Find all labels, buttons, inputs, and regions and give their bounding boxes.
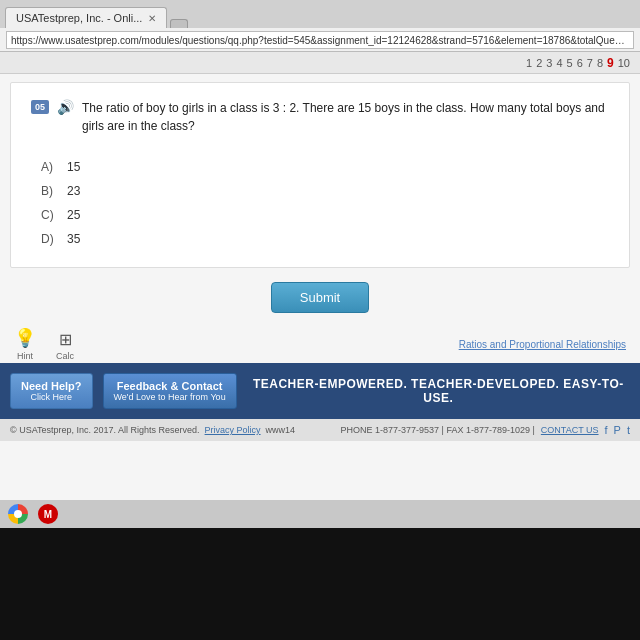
footer-tagline: TEACHER-EMPOWERED. TEACHER-DEVELOPED. EA… xyxy=(247,377,630,405)
tools-left: 💡 Hint ⊞ Calc xyxy=(14,327,74,361)
option-c[interactable]: C) 25 xyxy=(31,203,609,227)
audio-icon[interactable]: 🔊 xyxy=(57,99,74,115)
tab-title: USATestprep, Inc. - Onli... xyxy=(16,12,142,24)
question-text: The ratio of boy to girls in a class is … xyxy=(82,99,609,135)
feedback-button[interactable]: Feedback & Contact We'd Love to Hear fro… xyxy=(103,373,237,409)
contact-row: PHONE 1-877-377-9537 | FAX 1-877-789-102… xyxy=(341,424,630,436)
www-text: www14 xyxy=(266,425,296,435)
need-help-button[interactable]: Need Help? Click Here xyxy=(10,373,93,409)
page-10[interactable]: 10 xyxy=(618,57,630,69)
option-a-label: A) xyxy=(41,160,55,174)
option-a-value: 15 xyxy=(67,160,80,174)
question-toolbar: 1 2 3 4 5 6 7 8 9 10 xyxy=(0,52,640,74)
need-help-sub: Click Here xyxy=(21,392,82,402)
page-1[interactable]: 1 xyxy=(526,57,532,69)
feedback-sub: We'd Love to Hear from You xyxy=(114,392,226,402)
phone-text: PHONE 1-877-377-9537 | FAX 1-877-789-102… xyxy=(341,425,535,435)
page-9-active[interactable]: 9 xyxy=(607,56,614,70)
page-2[interactable]: 2 xyxy=(536,57,542,69)
page-content: 1 2 3 4 5 6 7 8 9 10 05 🔊 The ratio of b… xyxy=(0,52,640,500)
chrome-taskbar-icon[interactable] xyxy=(8,504,28,524)
pinterest-icon[interactable]: P xyxy=(614,424,621,436)
page-8[interactable]: 8 xyxy=(597,57,603,69)
browser-taskbar: M xyxy=(0,500,640,528)
page-5[interactable]: 5 xyxy=(567,57,573,69)
contact-link[interactable]: CONTACT US xyxy=(541,425,599,435)
option-d[interactable]: D) 35 xyxy=(31,227,609,251)
privacy-link[interactable]: Privacy Policy xyxy=(205,425,261,435)
footer-bar: Need Help? Click Here Feedback & Contact… xyxy=(0,363,640,419)
option-d-value: 35 xyxy=(67,232,80,246)
active-tab[interactable]: USATestprep, Inc. - Onli... ✕ xyxy=(5,7,167,28)
page-3[interactable]: 3 xyxy=(546,57,552,69)
copyright-text: © USATestprep, Inc. 2017. All Rights Res… xyxy=(10,425,200,435)
option-c-value: 25 xyxy=(67,208,80,222)
calc-label: Calc xyxy=(56,351,74,361)
submit-button[interactable]: Submit xyxy=(271,282,369,313)
option-b-label: B) xyxy=(41,184,55,198)
calc-tool[interactable]: ⊞ Calc xyxy=(56,330,74,361)
facebook-icon[interactable]: f xyxy=(605,424,608,436)
question-icon: 05 xyxy=(31,100,49,114)
dark-area xyxy=(0,528,640,640)
tab-close-icon[interactable]: ✕ xyxy=(148,13,156,24)
need-help-title: Need Help? xyxy=(21,380,82,392)
option-c-label: C) xyxy=(41,208,55,222)
option-d-label: D) xyxy=(41,232,55,246)
hint-label: Hint xyxy=(17,351,33,361)
question-header: 05 🔊 The ratio of boy to girls in a clas… xyxy=(31,99,609,135)
browser-screen: USATestprep, Inc. - Onli... ✕ https://ww… xyxy=(0,0,640,500)
answer-options: A) 15 B) 23 C) 25 D) 35 xyxy=(31,149,609,257)
twitter-icon[interactable]: t xyxy=(627,424,630,436)
submit-area: Submit xyxy=(0,282,640,313)
bottom-footer: © USATestprep, Inc. 2017. All Rights Res… xyxy=(0,419,640,441)
hint-tool[interactable]: 💡 Hint xyxy=(14,327,36,361)
address-bar: https://www.usatestprep.com/modules/ques… xyxy=(0,28,640,52)
hint-icon: 💡 xyxy=(14,327,36,349)
mcafee-taskbar-icon[interactable]: M xyxy=(38,504,58,524)
option-b[interactable]: B) 23 xyxy=(31,179,609,203)
topic-label: Ratios and Proportional Relationships xyxy=(459,339,626,350)
page-4[interactable]: 4 xyxy=(556,57,562,69)
option-b-value: 23 xyxy=(67,184,80,198)
option-a[interactable]: A) 15 xyxy=(31,155,609,179)
url-bar[interactable]: https://www.usatestprep.com/modules/ques… xyxy=(6,31,634,49)
page-7[interactable]: 7 xyxy=(587,57,593,69)
footer-links: © USATestprep, Inc. 2017. All Rights Res… xyxy=(10,425,295,435)
browser-tabs: USATestprep, Inc. - Onli... ✕ xyxy=(0,0,640,28)
question-area: 05 🔊 The ratio of boy to girls in a clas… xyxy=(10,82,630,268)
calc-icon: ⊞ xyxy=(59,330,72,349)
page-6[interactable]: 6 xyxy=(577,57,583,69)
tools-row: 💡 Hint ⊞ Calc Ratios and Proportional Re… xyxy=(0,323,640,363)
feedback-title: Feedback & Contact xyxy=(114,380,226,392)
inactive-tab[interactable] xyxy=(170,19,188,28)
